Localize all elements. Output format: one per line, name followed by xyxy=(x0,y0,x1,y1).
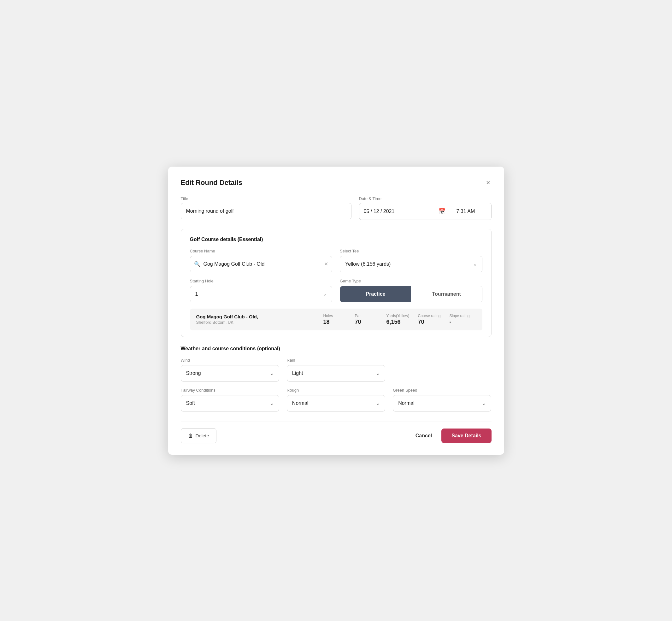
rain-value: Light xyxy=(292,370,376,376)
course-info-name: Gog Magog Golf Club - Old, Shelford Bott… xyxy=(196,314,318,325)
game-type-toggle: Practice Tournament xyxy=(340,286,482,302)
fairway-label: Fairway Conditions xyxy=(181,388,279,392)
course-info-row: Gog Magog Golf Club - Old, Shelford Bott… xyxy=(190,308,482,330)
datetime-label: Date & Time xyxy=(359,196,492,201)
title-label: Title xyxy=(181,196,351,201)
time-value: 7:31 AM xyxy=(457,209,475,214)
save-button[interactable]: Save Details xyxy=(442,428,491,443)
yards-stat: Yards(Yellow) 6,156 xyxy=(381,314,413,325)
select-tee-col: Select Tee Yellow (6,156 yards) ⌄ xyxy=(340,249,482,272)
select-tee-value: Yellow (6,156 yards) xyxy=(345,261,473,267)
rough-col: Rough Normal ⌄ xyxy=(287,388,385,411)
slope-rating-stat: Slope rating - xyxy=(445,314,476,325)
select-tee-dropdown[interactable]: Yellow (6,156 yards) ⌄ xyxy=(340,256,482,272)
rain-dropdown[interactable]: Light ⌄ xyxy=(287,365,385,381)
footer-row: 🗑 Delete Cancel Save Details xyxy=(181,422,492,443)
starting-hole-game-type-row: Starting Hole 1 ⌄ Game Type Practice Tou… xyxy=(190,279,482,302)
calendar-icon: 📅 xyxy=(438,208,446,215)
footer-right: Cancel Save Details xyxy=(412,428,492,443)
wind-dropdown[interactable]: Strong ⌄ xyxy=(181,365,279,381)
holes-label: Holes xyxy=(323,314,333,318)
chevron-down-icon-2: ⌄ xyxy=(323,291,327,297)
course-rating-stat: Course rating 70 xyxy=(413,314,445,325)
rough-value: Normal xyxy=(292,401,376,406)
top-fields-row: Title Date & Time 05 / 12 / 2021 📅 7:31 … xyxy=(181,196,492,220)
starting-hole-dropdown[interactable]: 1 ⌄ xyxy=(190,286,333,302)
course-rating-label: Course rating xyxy=(418,314,441,318)
rough-dropdown[interactable]: Normal ⌄ xyxy=(287,395,385,411)
weather-section: Weather and course conditions (optional)… xyxy=(181,346,492,411)
golf-course-section: Golf Course details (Essential) Course N… xyxy=(181,229,492,337)
cancel-button[interactable]: Cancel xyxy=(412,428,435,443)
time-input-wrap[interactable]: 7:31 AM xyxy=(450,203,491,220)
delete-label: Delete xyxy=(196,433,209,438)
par-value: 70 xyxy=(355,319,361,325)
starting-hole-col: Starting Hole 1 ⌄ xyxy=(190,279,333,302)
green-speed-dropdown[interactable]: Normal ⌄ xyxy=(393,395,491,411)
tournament-option[interactable]: Tournament xyxy=(411,286,482,302)
green-speed-label: Green Speed xyxy=(393,388,491,392)
green-speed-value: Normal xyxy=(398,401,482,406)
slope-rating-label: Slope rating xyxy=(450,314,470,318)
wind-label: Wind xyxy=(181,358,279,363)
slope-rating-value: - xyxy=(450,319,452,325)
game-type-label: Game Type xyxy=(340,279,482,283)
holes-value: 18 xyxy=(323,319,330,325)
rain-label: Rain xyxy=(287,358,385,363)
rough-label: Rough xyxy=(287,388,385,392)
modal-title: Edit Round Details xyxy=(181,178,243,187)
clear-course-icon[interactable]: ✕ xyxy=(324,261,328,267)
close-button[interactable]: × xyxy=(485,178,492,188)
chevron-down-icon-3: ⌄ xyxy=(270,370,274,376)
select-tee-label: Select Tee xyxy=(340,249,482,253)
holes-stat: Holes 18 xyxy=(318,314,350,325)
par-label: Par xyxy=(355,314,361,318)
delete-button[interactable]: 🗑 Delete xyxy=(181,428,216,443)
yards-label: Yards(Yellow) xyxy=(386,314,410,318)
practice-option[interactable]: Practice xyxy=(340,286,411,302)
course-name-tee-row: Course Name 🔍 Gog Magog Golf Club - Old … xyxy=(190,249,482,272)
wind-col: Wind Strong ⌄ xyxy=(181,358,279,381)
rain-col: Rain Light ⌄ xyxy=(287,358,385,381)
title-input[interactable] xyxy=(181,203,351,219)
course-rating-value: 70 xyxy=(418,319,424,325)
title-field-group: Title xyxy=(181,196,351,220)
chevron-down-icon-7: ⌄ xyxy=(482,400,486,406)
green-speed-col: Green Speed Normal ⌄ xyxy=(393,388,491,411)
course-name-input-wrap[interactable]: 🔍 Gog Magog Golf Club - Old ✕ xyxy=(190,256,333,272)
datetime-field-group: Date & Time 05 / 12 / 2021 📅 7:31 AM xyxy=(359,196,492,220)
date-input-wrap[interactable]: 05 / 12 / 2021 📅 xyxy=(359,203,450,220)
edit-round-modal: Edit Round Details × Title Date & Time 0… xyxy=(168,167,504,455)
course-info-name-main: Gog Magog Golf Club - Old, xyxy=(196,314,318,319)
chevron-down-icon-4: ⌄ xyxy=(376,370,380,376)
modal-header: Edit Round Details × xyxy=(181,178,492,188)
weather-section-title: Weather and course conditions (optional) xyxy=(181,346,492,351)
fairway-value: Soft xyxy=(186,401,270,406)
course-name-col: Course Name 🔍 Gog Magog Golf Club - Old … xyxy=(190,249,333,272)
search-icon: 🔍 xyxy=(194,261,200,267)
starting-hole-value: 1 xyxy=(195,291,323,297)
wind-value: Strong xyxy=(186,370,270,376)
course-name-value: Gog Magog Golf Club - Old xyxy=(204,261,321,267)
par-stat: Par 70 xyxy=(350,314,381,325)
wind-rain-row: Wind Strong ⌄ Rain Light ⌄ xyxy=(181,358,492,381)
chevron-down-icon-6: ⌄ xyxy=(376,400,380,406)
chevron-down-icon-5: ⌄ xyxy=(270,400,274,406)
golf-section-title: Golf Course details (Essential) xyxy=(190,237,482,242)
course-info-location: Shelford Bottom, UK xyxy=(196,320,318,325)
game-type-col: Game Type Practice Tournament xyxy=(340,279,482,302)
date-value: 05 / 12 / 2021 xyxy=(364,209,395,214)
fairway-dropdown[interactable]: Soft ⌄ xyxy=(181,395,279,411)
course-name-label: Course Name xyxy=(190,249,333,253)
fairway-col: Fairway Conditions Soft ⌄ xyxy=(181,388,279,411)
fairway-rough-green-row: Fairway Conditions Soft ⌄ Rough Normal ⌄… xyxy=(181,388,492,411)
chevron-down-icon: ⌄ xyxy=(473,261,477,267)
starting-hole-label: Starting Hole xyxy=(190,279,333,283)
datetime-row: 05 / 12 / 2021 📅 7:31 AM xyxy=(359,203,492,220)
trash-icon: 🗑 xyxy=(188,433,193,439)
yards-value: 6,156 xyxy=(386,319,401,325)
